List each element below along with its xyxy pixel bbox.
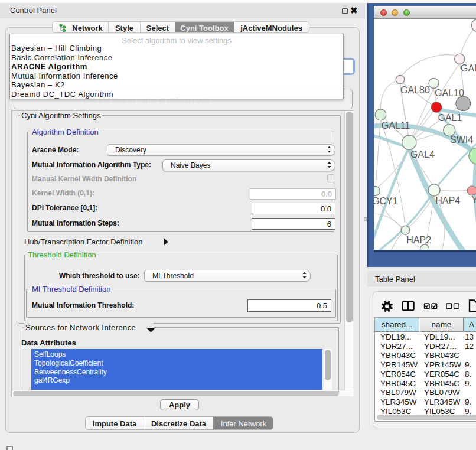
svg-text:HAP2: HAP2 [406, 235, 431, 245]
svg-text:GAL10: GAL10 [435, 88, 464, 98]
svg-text:GAL7: GAL7 [461, 63, 476, 73]
svg-text:SWI4: SWI4 [450, 135, 473, 145]
svg-text:GAL11: GAL11 [382, 120, 410, 131]
svg-text:GCY1: GCY1 [374, 196, 398, 206]
svg-text:YM: YM [472, 195, 476, 205]
svg-text:GAL1: GAL1 [438, 113, 462, 123]
svg-text:HAP4: HAP4 [435, 195, 460, 206]
svg-text:GAL80: GAL80 [400, 85, 430, 95]
svg-text:GAL4: GAL4 [410, 149, 435, 159]
